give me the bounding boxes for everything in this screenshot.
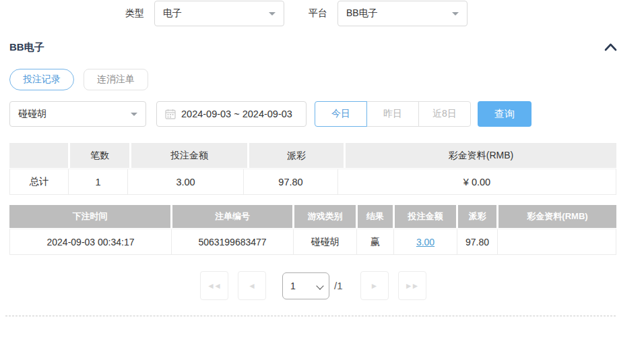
page-select-value: 1 bbox=[290, 281, 296, 291]
top-filter-bar: 类型 电子 平台 BB电子 bbox=[125, 0, 468, 27]
page-title: BB电子 bbox=[9, 41, 44, 54]
tab-bar: 投注记录 连消注单 bbox=[9, 69, 148, 90]
summary-total-count: 1 bbox=[69, 169, 128, 194]
chevron-down-icon bbox=[269, 12, 276, 16]
platform-label: 平台 bbox=[309, 7, 327, 20]
calendar-icon bbox=[165, 109, 176, 119]
summary-total-bonus: ¥ 0.00 bbox=[338, 169, 616, 194]
query-bar: 碰碰胡 2024-09-03 ~ 2024-09-03 bbox=[9, 100, 532, 127]
first-page-icon: ◄◄ bbox=[207, 281, 220, 291]
summary-total-bet-amount: 3.00 bbox=[128, 169, 244, 194]
pagination: ◄◄ ◄ 1 /1 ► ►► bbox=[200, 271, 436, 300]
date-range-picker[interactable]: 2024-09-03 ~ 2024-09-03 bbox=[156, 101, 307, 127]
section-header: BB电子 bbox=[9, 39, 617, 55]
detail-header-order-no: 注单编号 bbox=[172, 205, 292, 228]
last-page-button[interactable]: ►► bbox=[398, 271, 426, 300]
table-row: 2024-09-03 00:34:17 5063199683477 碰碰胡 赢 … bbox=[9, 229, 616, 255]
prev-page-icon: ◄ bbox=[248, 281, 255, 291]
tab-bet-records-label: 投注记录 bbox=[23, 74, 61, 86]
tab-bet-records[interactable]: 投注记录 bbox=[9, 69, 74, 90]
total-pages-label: /1 bbox=[334, 280, 343, 291]
game-select[interactable]: 碰碰胡 bbox=[9, 101, 146, 127]
quick-range-yesterday[interactable]: 昨日 bbox=[366, 101, 419, 127]
tab-cancel-orders[interactable]: 连消注单 bbox=[84, 69, 148, 90]
type-label: 类型 bbox=[125, 7, 144, 20]
dashed-divider bbox=[5, 316, 616, 316]
summary-header-empty bbox=[9, 143, 68, 168]
summary-total-payout: 97.80 bbox=[244, 169, 338, 194]
quick-range-yesterday-label: 昨日 bbox=[383, 108, 402, 120]
summary-header-bet-amount: 投注金额 bbox=[131, 143, 247, 168]
prev-page-button[interactable]: ◄ bbox=[238, 271, 266, 300]
detail-header-result: 结果 bbox=[358, 205, 393, 228]
game-select-value: 碰碰胡 bbox=[18, 108, 46, 120]
summary-header-bonus: 彩金资料(RMB) bbox=[346, 143, 616, 168]
detail-header-bet-amount: 投注金额 bbox=[395, 205, 456, 228]
last-page-icon: ►► bbox=[405, 281, 418, 291]
date-range-value: 2024-09-03 ~ 2024-09-03 bbox=[181, 109, 292, 119]
chevron-down-icon bbox=[316, 282, 323, 289]
summary-header-count: 笔数 bbox=[70, 143, 129, 168]
row-game-type: 碰碰胡 bbox=[294, 229, 357, 254]
platform-select[interactable]: BB电子 bbox=[337, 1, 468, 26]
detail-table-header: 下注时间 注单编号 游戏类别 结果 投注金额 派彩 彩金资料(RMB) bbox=[9, 205, 616, 228]
detail-table: 下注时间 注单编号 游戏类别 结果 投注金额 派彩 彩金资料(RMB) 2024… bbox=[9, 205, 616, 255]
row-bet-time: 2024-09-03 00:34:17 bbox=[10, 229, 172, 254]
bet-amount-link[interactable]: 3.00 bbox=[416, 237, 434, 247]
next-page-button[interactable]: ► bbox=[360, 271, 389, 300]
quick-range-group: 今日 昨日 近8日 bbox=[315, 101, 471, 127]
tab-cancel-orders-label: 连消注单 bbox=[97, 74, 135, 86]
summary-table: 笔数 投注金额 派彩 彩金资料(RMB) 总计 1 3.00 97.80 ¥ 0… bbox=[9, 143, 616, 195]
summary-header-payout: 派彩 bbox=[249, 143, 344, 168]
summary-total-label: 总计 bbox=[10, 169, 69, 194]
row-bet-amount-cell: 3.00 bbox=[394, 229, 457, 254]
row-bonus bbox=[498, 229, 616, 254]
chevron-down-icon bbox=[131, 113, 137, 116]
row-result: 赢 bbox=[357, 229, 394, 254]
page: 类型 电子 平台 BB电子 BB电子 投注记录 连消注单 碰碰胡 bbox=[0, 0, 644, 350]
collapse-button[interactable] bbox=[604, 42, 617, 52]
page-select[interactable]: 1 bbox=[282, 272, 329, 299]
quick-range-last8days-label: 近8日 bbox=[432, 108, 457, 120]
next-page-icon: ► bbox=[371, 281, 377, 291]
search-button[interactable]: 查询 bbox=[478, 101, 532, 127]
chevron-up-icon bbox=[604, 42, 617, 52]
quick-range-today[interactable]: 今日 bbox=[315, 101, 367, 127]
summary-total-row: 总计 1 3.00 97.80 ¥ 0.00 bbox=[9, 169, 616, 195]
chevron-down-icon bbox=[452, 12, 459, 16]
type-select[interactable]: 电子 bbox=[154, 1, 284, 26]
detail-header-bet-time: 下注时间 bbox=[9, 205, 170, 228]
quick-range-last8days[interactable]: 近8日 bbox=[418, 101, 471, 127]
type-select-value: 电子 bbox=[163, 7, 182, 20]
quick-range-today-label: 今日 bbox=[331, 108, 350, 120]
platform-select-value: BB电子 bbox=[346, 7, 378, 20]
detail-header-payout: 派彩 bbox=[458, 205, 496, 228]
detail-header-game-type: 游戏类别 bbox=[294, 205, 356, 228]
row-payout: 97.80 bbox=[457, 229, 498, 254]
row-order-no: 5063199683477 bbox=[172, 229, 294, 254]
detail-header-bonus: 彩金资料(RMB) bbox=[498, 205, 616, 228]
first-page-button[interactable]: ◄◄ bbox=[200, 271, 228, 300]
summary-table-header: 笔数 投注金额 派彩 彩金资料(RMB) bbox=[9, 143, 616, 168]
